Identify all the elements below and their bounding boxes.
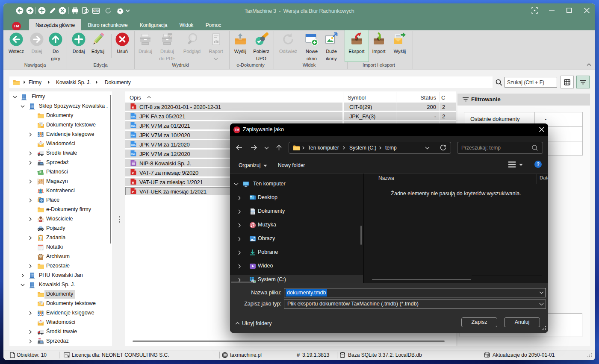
- svg-text:Pdf: Pdf: [168, 35, 172, 37]
- svg-text:XML: XML: [131, 134, 136, 137]
- svg-text:XML: XML: [131, 125, 136, 127]
- svg-text:e: e: [132, 170, 134, 175]
- svg-text:e: e: [132, 189, 134, 194]
- svg-text:XML: XML: [131, 153, 136, 156]
- svg-text:e: e: [132, 105, 134, 109]
- svg-text:XML: XML: [131, 144, 136, 146]
- svg-text:e: e: [132, 180, 134, 185]
- svg-text:XML: XML: [131, 115, 136, 118]
